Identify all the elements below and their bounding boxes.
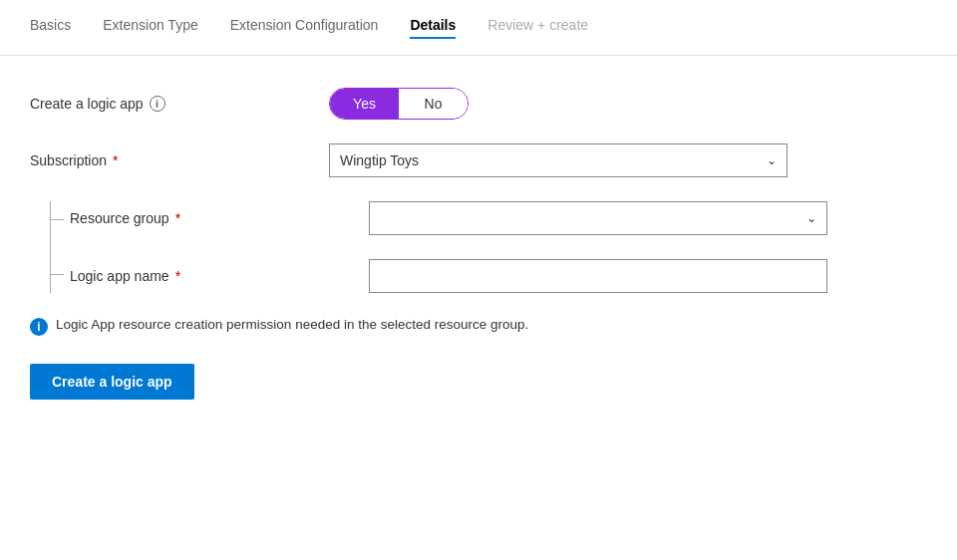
tab-basics[interactable]: Basics [30,17,71,39]
logic-app-name-label-text: Logic app name [70,268,169,284]
resource-group-chevron-icon: ⌄ [806,211,816,225]
resource-group-label: Resource group * [70,210,369,226]
tab-review-create: Review + create [487,17,588,39]
toggle-no-button[interactable]: No [399,89,468,119]
logic-app-name-required: * [175,268,180,284]
bracket-vertical-line [50,201,51,293]
resource-group-label-text: Resource group [70,210,169,226]
info-notice-icon: i [30,318,48,336]
create-logic-app-label: Create a logic app i [30,96,329,112]
subscription-label: Subscription * [30,152,329,168]
resource-group-required: * [175,210,180,226]
logic-app-name-row: Logic app name * [70,259,927,293]
tab-details[interactable]: Details [410,17,456,39]
tab-extension-configuration[interactable]: Extension Configuration [230,17,379,39]
logic-app-name-input[interactable] [369,259,827,293]
resource-group-dropdown[interactable]: ⌄ [369,201,827,235]
bracket-top-horizontal [50,219,64,220]
subscription-value: Wingtip Toys [340,152,419,168]
info-notice: i Logic App resource creation permission… [30,317,927,336]
create-logic-app-toggle: Yes No [329,88,469,120]
subscription-chevron-icon: ⌄ [767,153,777,167]
nav-tabs: Basics Extension Type Extension Configur… [0,0,957,56]
toggle-yes-button[interactable]: Yes [330,89,399,119]
subscription-row: Subscription * Wingtip Toys ⌄ [30,143,927,177]
indented-fields-group: Resource group * ⌄ Logic app name * [70,201,927,293]
create-logic-app-row: Create a logic app i Yes No [30,88,927,120]
create-logic-app-info-icon[interactable]: i [150,96,165,112]
info-notice-text: Logic App resource creation permission n… [56,317,528,332]
logic-app-name-label: Logic app name * [70,268,369,284]
main-content: Create a logic app i Yes No Subscription… [0,56,957,431]
subscription-required: * [113,152,118,168]
tab-extension-type[interactable]: Extension Type [103,17,197,39]
resource-group-row: Resource group * ⌄ [70,201,927,235]
subscription-label-text: Subscription [30,152,107,168]
bracket-bottom-horizontal [50,274,64,275]
subscription-dropdown[interactable]: Wingtip Toys ⌄ [329,143,788,177]
create-logic-app-label-text: Create a logic app [30,96,144,112]
create-logic-app-button[interactable]: Create a logic app [30,364,194,400]
